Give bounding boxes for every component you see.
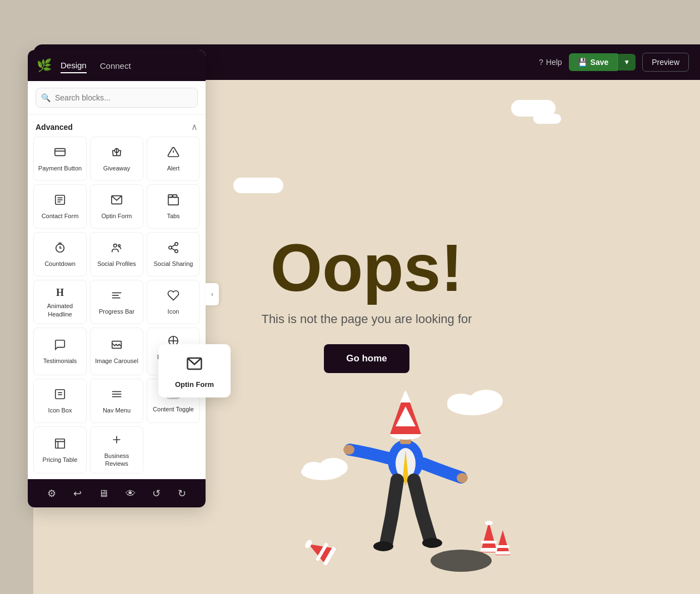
block-icon[interactable]: Icon: [147, 280, 200, 324]
svg-rect-72: [496, 545, 509, 548]
giveaway-icon: [111, 146, 123, 161]
nav-menu-icon: [111, 388, 123, 403]
tab-connect[interactable]: Connect: [100, 59, 131, 73]
svg-rect-13: [173, 195, 177, 198]
social-sharing-icon: [167, 241, 179, 256]
tooltip-optin-label: Optin Form: [166, 380, 223, 389]
search-icon: 🔍: [41, 93, 51, 102]
svg-point-46: [447, 394, 475, 411]
block-optin-form[interactable]: Optin Form: [90, 184, 143, 229]
sidebar-header: 🌿 Design Connect: [28, 50, 206, 81]
svg-point-18: [175, 243, 178, 246]
block-business-reviews[interactable]: Business Reviews: [90, 426, 143, 474]
undo-icon[interactable]: ↺: [152, 487, 161, 500]
block-icon-box[interactable]: Icon Box: [33, 379, 87, 423]
svg-rect-68: [481, 541, 497, 543]
sidebar-panel: 🌿 Design Connect 🔍 Advanced ∧ Payment Bu…: [28, 50, 206, 507]
save-button[interactable]: 💾 Save: [569, 53, 618, 71]
help-button[interactable]: ? Help: [539, 58, 562, 67]
svg-rect-71: [496, 551, 510, 555]
help-icon: ?: [539, 58, 543, 67]
search-area: 🔍: [28, 81, 206, 115]
tabs-icon: [167, 194, 179, 209]
block-social-profiles[interactable]: Social Profiles: [90, 232, 143, 276]
business-reviews-icon: [111, 434, 123, 449]
chevron-left-icon: ‹: [211, 290, 213, 298]
cloud-decoration-3: [233, 178, 283, 193]
svg-point-19: [169, 246, 172, 250]
svg-point-17: [118, 245, 121, 247]
svg-point-52: [343, 445, 354, 455]
section-title: Advanced: [36, 123, 73, 132]
block-countdown[interactable]: Countdown: [33, 232, 87, 276]
illustration: [289, 361, 522, 583]
block-progress-bar[interactable]: Progress Bar: [90, 280, 143, 324]
svg-point-61: [431, 550, 492, 572]
alert-icon: [167, 146, 179, 161]
tooltip-optin-icon: [166, 355, 223, 376]
section-collapse-icon[interactable]: ∧: [191, 122, 198, 132]
testimonials-icon: [54, 339, 66, 354]
image-carousel-icon: [111, 339, 123, 354]
contact-form-icon: [54, 194, 66, 209]
save-icon: 💾: [578, 58, 587, 67]
svg-rect-0: [55, 149, 65, 156]
block-social-sharing[interactable]: Social Sharing: [147, 232, 200, 276]
svg-point-16: [114, 244, 117, 248]
svg-point-69: [485, 521, 493, 525]
preview-icon[interactable]: 👁: [126, 488, 136, 500]
save-dropdown-button[interactable]: ▼: [617, 54, 636, 71]
search-input[interactable]: [36, 88, 198, 108]
block-pricing-table[interactable]: Pricing Table: [33, 426, 87, 474]
block-payment-button[interactable]: Payment Button: [33, 137, 87, 181]
svg-marker-60: [400, 390, 411, 402]
svg-rect-30: [56, 390, 65, 399]
icon-box-icon: [54, 388, 66, 403]
svg-rect-38: [56, 439, 65, 448]
oops-title: Oops!: [271, 234, 463, 301]
block-animated-headline[interactable]: H Animated Headline: [33, 280, 87, 324]
animated-headline-icon: H: [56, 287, 64, 299]
svg-marker-66: [481, 522, 497, 552]
svg-line-21: [172, 249, 175, 251]
oops-subtitle: This is not the page you are looking for: [261, 312, 472, 326]
social-profiles-icon: [111, 241, 123, 256]
countdown-icon: [54, 241, 66, 256]
svg-point-20: [175, 250, 178, 253]
preview-button[interactable]: Preview: [642, 53, 689, 72]
optin-form-tooltip: Optin Form: [158, 344, 231, 397]
block-contact-form[interactable]: Contact Form: [33, 184, 87, 229]
cloud-decoration-2: [533, 114, 561, 124]
pricing-table-icon: [54, 437, 66, 452]
settings-icon[interactable]: ⚙: [47, 487, 56, 500]
svg-rect-67: [481, 548, 497, 552]
desktop-icon[interactable]: 🖥: [98, 488, 108, 500]
section-header: Advanced ∧: [28, 115, 206, 137]
svg-point-54: [373, 541, 393, 551]
blocks-grid: Payment Button Giveaway Alert Contact Fo…: [28, 137, 206, 479]
block-tabs[interactable]: Tabs: [147, 184, 200, 229]
svg-point-53: [457, 473, 468, 483]
block-testimonials[interactable]: Testimonials: [33, 328, 87, 375]
tab-design[interactable]: Design: [61, 58, 87, 73]
optin-form-icon: [111, 194, 123, 209]
svg-point-55: [422, 538, 442, 548]
sidebar-logo: 🌿: [37, 58, 52, 73]
svg-rect-12: [168, 198, 178, 205]
history-icon[interactable]: ↩: [73, 487, 82, 500]
block-alert[interactable]: Alert: [147, 137, 200, 181]
progress-bar-icon: [111, 289, 123, 304]
redo-icon[interactable]: ↻: [178, 487, 186, 500]
payment-button-icon: [54, 146, 66, 161]
block-nav-menu[interactable]: Nav Menu: [90, 379, 143, 423]
save-group: 💾 Save ▼: [569, 53, 636, 71]
svg-line-22: [172, 245, 175, 247]
sidebar-toolbar: ⚙ ↩ 🖥 👁 ↺ ↻: [28, 479, 206, 507]
block-giveaway[interactable]: Giveaway: [90, 137, 143, 181]
svg-point-49: [303, 462, 325, 477]
icon-block-icon: [167, 289, 179, 304]
sidebar-collapse-handle[interactable]: ‹: [206, 283, 219, 305]
block-image-carousel[interactable]: Image Carousel: [90, 328, 143, 375]
